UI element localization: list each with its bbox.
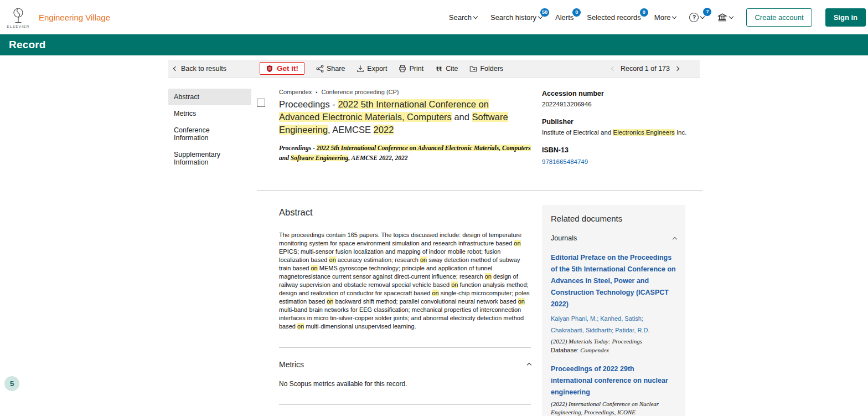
journals-group-label: Journals	[551, 234, 577, 242]
section-nav: Abstract Metrics Conference Information …	[168, 89, 251, 416]
section-divider	[279, 347, 531, 348]
related-document-title-link[interactable]: Editorial Preface on the Proceedings of …	[551, 252, 676, 310]
related-document-item: Proceedings of 2022 29th international c…	[551, 363, 676, 416]
brand-name: Engineering Village	[39, 13, 110, 22]
nav-selected-records-label: Selected records	[587, 13, 641, 22]
elsevier-tree-icon	[9, 7, 27, 24]
elsevier-logo-text: ELSEVIER	[7, 25, 29, 28]
cite-button[interactable]: Cite	[435, 65, 458, 73]
previous-record-button[interactable]	[611, 66, 616, 70]
record-meta-column: Accession number 20224913206946 Publishe…	[542, 89, 702, 176]
get-it-label: Get it!	[277, 64, 298, 73]
record-citation: Proceedings - 2022 5th International Con…	[279, 143, 531, 163]
isbn-link[interactable]: 9781665484749	[542, 158, 588, 165]
help-question-icon: ?	[689, 13, 699, 22]
nav-search-history[interactable]: Search history 50	[490, 13, 542, 22]
print-label: Print	[409, 65, 423, 73]
publisher-group: Publisher Institute of Electrical and El…	[542, 118, 702, 137]
related-document-database: Database: Compendex	[551, 347, 676, 353]
database-name: Compendex	[279, 89, 312, 95]
abstract-text: The proceedings contain 165 papers. The …	[279, 231, 531, 330]
search-history-count-badge: 50	[540, 8, 549, 17]
section-divider	[279, 404, 531, 405]
nav-institution[interactable]	[717, 13, 733, 22]
record-toolbar: Back to results Get it! Share	[168, 60, 700, 78]
alerts-count-badge: 0	[572, 8, 581, 17]
collapse-journals-button[interactable]	[673, 237, 677, 242]
page: ELSEVIER Engineering Village Search Sear…	[0, 0, 868, 416]
related-document-title-link[interactable]: Proceedings of 2022 29th international c…	[551, 363, 676, 398]
back-to-results-label: Back to results	[181, 65, 226, 73]
record-title: Proceedings - 2022 5th International Con…	[279, 98, 531, 136]
cite-quote-icon	[435, 65, 443, 73]
chevron-down-icon	[729, 14, 733, 18]
page-widget-badge[interactable]: 5	[4, 376, 19, 391]
database-value: Compendex	[580, 347, 609, 353]
record-pager: Record 1 of 173	[612, 65, 679, 73]
metrics-empty-text: No Scopus metrics available for this rec…	[279, 380, 531, 388]
export-button[interactable]: Export	[356, 65, 387, 73]
nav-alerts-label: Alerts	[555, 13, 574, 22]
back-to-results-link[interactable]: Back to results	[174, 65, 226, 73]
accession-number-group: Accession number 20224913206946	[542, 90, 702, 109]
chevron-down-icon	[672, 14, 676, 18]
create-account-button[interactable]: Create account	[746, 8, 812, 27]
related-document-source: (2022) Materials Today: Proceedings	[551, 337, 676, 346]
abstract-heading: Abstract	[279, 207, 531, 218]
nav-selected-records[interactable]: Selected records 0	[587, 13, 641, 22]
database-label: Database:	[551, 347, 578, 353]
next-record-button[interactable]	[675, 66, 679, 70]
publisher-value: Institute of Electrical and Electronics …	[542, 128, 702, 137]
nav-more-label: More	[654, 13, 671, 22]
sign-in-button[interactable]: Sign in	[825, 8, 866, 27]
document-type: Conference proceeding (CP)	[321, 89, 399, 95]
print-button[interactable]: Print	[399, 65, 423, 73]
metrics-section: Metrics No Scopus metrics available for …	[279, 360, 531, 388]
get-it-button[interactable]: Get it!	[260, 62, 304, 75]
top-header: ELSEVIER Engineering Village Search Sear…	[0, 0, 868, 34]
abstract-section: Abstract The proceedings contain 165 pap…	[279, 207, 531, 330]
record-header: Compendex Conference proceeding (CP) Pro…	[257, 89, 702, 191]
record-sections: Abstract The proceedings contain 165 pap…	[279, 191, 531, 416]
related-document-source: (2022) International Conference on Nucle…	[551, 400, 676, 416]
bullet-separator	[316, 89, 317, 95]
related-document-authors[interactable]: Kalyan Phani, M.; Kanhed, Satish; Chakra…	[551, 313, 676, 336]
journals-group-header: Journals	[551, 234, 676, 242]
related-document-item: Editorial Preface on the Proceedings of …	[551, 252, 676, 353]
sidebar-item-supplementary-information[interactable]: Supplementary Information	[168, 146, 251, 171]
record-main: Compendex Conference proceeding (CP) Pro…	[257, 89, 702, 416]
top-nav: Search Search history 50 Alerts 0 Select…	[449, 8, 866, 27]
sidebar-item-abstract[interactable]: Abstract	[168, 89, 251, 105]
select-record-checkbox[interactable]	[257, 99, 265, 107]
selected-records-count-badge: 0	[640, 8, 648, 17]
publisher-label: Publisher	[542, 118, 702, 126]
nav-search-history-label: Search history	[490, 13, 536, 22]
print-icon	[399, 65, 406, 73]
record-pager-label: Record 1 of 173	[621, 65, 670, 73]
sidebar-item-metrics[interactable]: Metrics	[168, 105, 251, 122]
share-button[interactable]: Share	[316, 65, 345, 73]
folders-button[interactable]: Folders	[469, 65, 503, 73]
get-it-icon	[266, 65, 273, 73]
page-title: Record	[9, 39, 46, 51]
related-documents-heading: Related documents	[551, 214, 676, 223]
metrics-heading: Metrics	[279, 360, 304, 369]
nav-more[interactable]: More	[654, 13, 676, 22]
record-banner: Record	[0, 34, 868, 55]
collapse-metrics-button[interactable]	[527, 363, 531, 367]
help-count-badge: 7	[703, 8, 711, 16]
accession-number-value: 20224913206946	[542, 100, 702, 109]
elsevier-logo: ELSEVIER	[6, 7, 31, 28]
brand-home-link[interactable]: ELSEVIER Engineering Village	[6, 7, 110, 28]
folder-plus-icon	[469, 65, 477, 73]
record-source-line: Compendex Conference proceeding (CP)	[279, 89, 531, 95]
isbn-group: ISBN-13 9781665484749	[542, 146, 702, 166]
nav-help[interactable]: ? 7	[689, 13, 704, 22]
nav-alerts[interactable]: Alerts 0	[555, 13, 574, 22]
nav-search[interactable]: Search	[449, 13, 477, 22]
chevron-down-icon	[473, 14, 478, 18]
institution-icon	[717, 13, 727, 22]
isbn-label: ISBN-13	[542, 146, 702, 154]
sidebar-item-conference-information[interactable]: Conference Information	[168, 122, 251, 146]
accession-number-label: Accession number	[542, 90, 702, 97]
